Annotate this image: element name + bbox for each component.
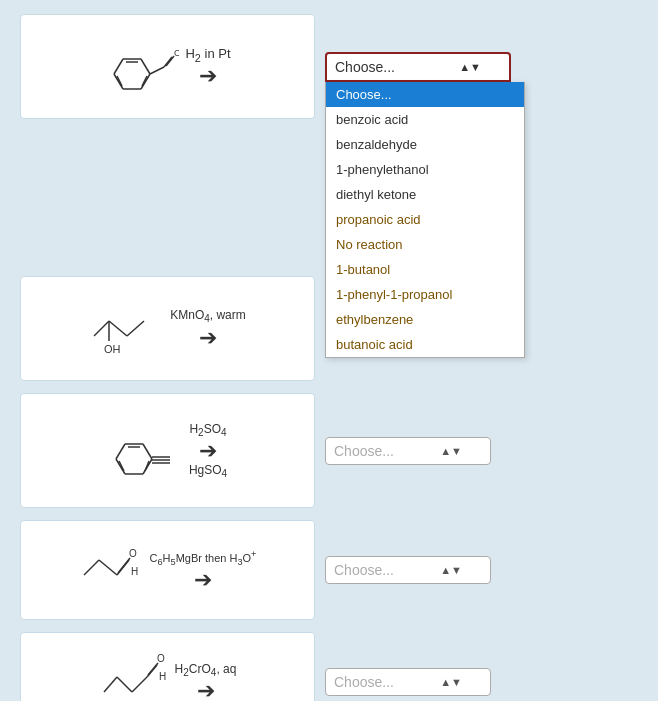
reagent-label-4: C6H5MgBr then H3O+ bbox=[150, 549, 257, 567]
reaction-box-4: O H C6H5MgBr then H3O+ ➔ bbox=[20, 520, 315, 620]
svg-line-8 bbox=[114, 59, 123, 74]
svg-line-13 bbox=[114, 74, 123, 89]
dropdown-value-4: Choose... bbox=[334, 562, 394, 578]
svg-line-45 bbox=[117, 677, 132, 692]
dropdown-option-choose[interactable]: Choose... bbox=[326, 82, 524, 107]
svg-line-10 bbox=[141, 59, 150, 74]
arrow-5: ➔ bbox=[197, 680, 215, 701]
svg-line-41 bbox=[118, 558, 130, 573]
reagent-label-3a: H2SO4 bbox=[189, 422, 226, 438]
dropdown-option-1-butanol[interactable]: 1-butanol bbox=[326, 257, 524, 282]
reaction-box-1: O H2 in Pt ➔ bbox=[20, 14, 315, 119]
dropdown-trigger-3[interactable]: Choose... ▲▼ bbox=[325, 437, 491, 465]
chevron-icon-4: ▲▼ bbox=[440, 564, 462, 576]
dropdown-value-3: Choose... bbox=[334, 443, 394, 459]
reaction-row-1: O H2 in Pt ➔ Choose... ▲▼ Choose... benz… bbox=[20, 14, 638, 119]
dropdown-trigger-4[interactable]: Choose... ▲▼ bbox=[325, 556, 491, 584]
svg-line-26 bbox=[116, 444, 125, 459]
svg-text:O: O bbox=[174, 48, 179, 58]
svg-line-22 bbox=[109, 321, 127, 336]
svg-line-48 bbox=[148, 663, 158, 675]
svg-line-17 bbox=[150, 67, 164, 74]
arrow-1: ➔ bbox=[199, 65, 217, 87]
reagent-label-3b: HgSO4 bbox=[189, 463, 227, 479]
svg-line-28 bbox=[143, 444, 152, 459]
svg-line-44 bbox=[104, 677, 117, 692]
reaction-box-3: H2SO4 ➔ HgSO4 bbox=[20, 393, 315, 508]
svg-text:OH: OH bbox=[104, 343, 121, 355]
dropdown-option-benzoic-acid[interactable]: benzoic acid bbox=[326, 107, 524, 132]
reaction-row-3: H2SO4 ➔ HgSO4 Choose... ▲▼ bbox=[20, 393, 638, 508]
reaction-row-5: O H H2CrO4, aq ➔ Choose... ▲▼ bbox=[20, 632, 638, 701]
dropdown-option-1-phenylethanol[interactable]: 1-phenylethanol bbox=[326, 157, 524, 182]
dropdown-option-propanoic-acid[interactable]: propanoic acid bbox=[326, 207, 524, 232]
dropdown-value-5: Choose... bbox=[334, 674, 394, 690]
dropdown-option-benzaldehyde[interactable]: benzaldehyde bbox=[326, 132, 524, 157]
reagent-label-2: KMnO4, warm bbox=[170, 308, 246, 324]
dropdown-container-1[interactable]: Choose... ▲▼ Choose... benzoic acid benz… bbox=[325, 52, 515, 82]
svg-text:H: H bbox=[159, 671, 166, 682]
butanal-molecule: O H bbox=[99, 647, 169, 701]
dropdown-trigger-1[interactable]: Choose... ▲▼ bbox=[325, 52, 511, 82]
svg-line-11 bbox=[141, 74, 150, 89]
reaction-box-5: O H H2CrO4, aq ➔ bbox=[20, 632, 315, 701]
dropdown-option-ethylbenzene[interactable]: ethylbenzene bbox=[326, 307, 524, 332]
svg-text:O: O bbox=[129, 548, 137, 559]
dropdown-option-1-phenyl-1-propanol[interactable]: 1-phenyl-1-propanol bbox=[326, 282, 524, 307]
chevron-icon-1: ▲▼ bbox=[459, 61, 481, 73]
reaction-box-2: OH KMnO4, warm ➔ bbox=[20, 276, 315, 381]
reagent-label-1: H2 in Pt bbox=[185, 46, 230, 64]
svg-line-23 bbox=[127, 321, 144, 336]
dropdown-container-4[interactable]: Choose... ▲▼ bbox=[325, 556, 495, 584]
svg-text:H: H bbox=[131, 566, 138, 577]
svg-line-31 bbox=[116, 459, 125, 474]
dropdown-value-1: Choose... bbox=[335, 59, 395, 75]
reagent-label-5: H2CrO4, aq bbox=[175, 662, 237, 678]
acetophenone-molecule: O bbox=[104, 29, 179, 104]
phenylacetylene-molecule bbox=[108, 411, 183, 491]
svg-line-18 bbox=[164, 57, 172, 67]
dropdown-container-3[interactable]: Choose... ▲▼ bbox=[325, 437, 495, 465]
svg-line-21 bbox=[94, 321, 109, 336]
svg-text:O: O bbox=[157, 653, 165, 664]
dropdown-trigger-5[interactable]: Choose... ▲▼ bbox=[325, 668, 491, 696]
dropdown-option-diethyl-ketone[interactable]: diethyl ketone bbox=[326, 182, 524, 207]
dropdown-option-butanoic-acid[interactable]: butanoic acid bbox=[326, 332, 524, 357]
svg-line-19 bbox=[166, 56, 174, 66]
arrow-4: ➔ bbox=[194, 569, 212, 591]
reaction-row-4: O H C6H5MgBr then H3O+ ➔ Choose... ▲▼ bbox=[20, 520, 638, 620]
arrow-3: ➔ bbox=[199, 440, 217, 462]
chevron-icon-5: ▲▼ bbox=[440, 676, 462, 688]
arrow-2: ➔ bbox=[199, 327, 217, 349]
svg-line-39 bbox=[99, 560, 117, 575]
propanal-molecule: O H bbox=[79, 535, 144, 605]
svg-line-46 bbox=[132, 677, 147, 692]
dropdown-list-1: Choose... benzoic acid benzaldehyde 1-ph… bbox=[325, 82, 525, 358]
dropdown-option-no-reaction[interactable]: No reaction bbox=[326, 232, 524, 257]
dropdown-container-5[interactable]: Choose... ▲▼ bbox=[325, 668, 495, 696]
svg-line-38 bbox=[84, 560, 99, 575]
sec-butanol-molecule: OH bbox=[89, 296, 164, 361]
chevron-icon-3: ▲▼ bbox=[440, 445, 462, 457]
